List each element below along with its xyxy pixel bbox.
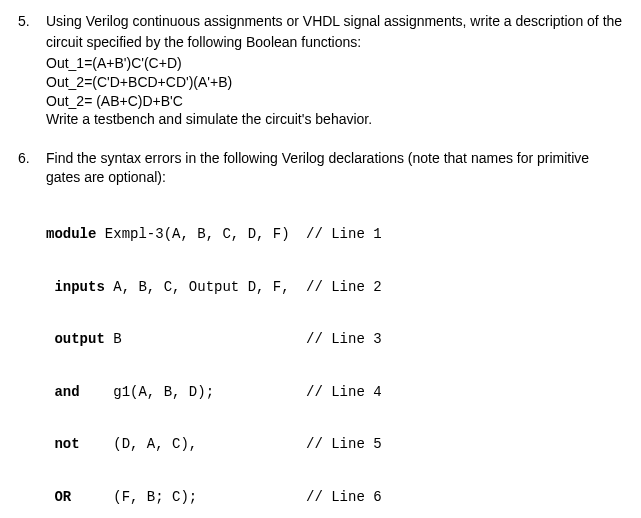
question-text-line: Write a testbench and simulate the circu… (46, 110, 623, 129)
question-6: 6. Find the syntax errors in the followi… (18, 149, 623, 518)
question-text-line: Find the syntax errors in the following … (46, 150, 589, 166)
question-row: 5. Using Verilog continuous assignments … (18, 12, 623, 131)
keyword: inputs (54, 279, 104, 295)
code-line: OR (F, B; C); // Line 6 (46, 489, 623, 507)
code-left: output B (46, 331, 306, 349)
keyword: and (54, 384, 79, 400)
code-text: (D, A, C), (80, 436, 198, 452)
code-left: not (D, A, C), (46, 436, 306, 454)
equation-line: Out_2= (AB+C)D+B'C (46, 92, 623, 111)
keyword: not (54, 436, 79, 452)
question-intro: Find the syntax errors in the following … (46, 149, 623, 187)
code-text: B (105, 331, 122, 347)
code-comment: // Line 1 (306, 226, 623, 244)
question-text-line: circuit specified by the following Boole… (46, 33, 623, 52)
code-line: output B // Line 3 (46, 331, 623, 349)
question-body: Find the syntax errors in the following … (46, 149, 623, 518)
code-comment: // Line 5 (306, 436, 623, 454)
code-text: A, B, C, Output D, F, (105, 279, 290, 295)
question-row: 6. Find the syntax errors in the followi… (18, 149, 623, 518)
question-text-line: gates are optional): (46, 169, 166, 185)
question-number: 5. (18, 12, 46, 131)
code-block: module Exmpl-3(A, B, C, D, F) // Line 1 … (46, 191, 623, 518)
code-comment: // Line 6 (306, 489, 623, 507)
keyword: OR (54, 489, 71, 505)
question-body: Using Verilog continuous assignments or … (46, 12, 623, 131)
code-text: (F, B; C); (71, 489, 197, 505)
code-line: inputs A, B, C, Output D, F, // Line 2 (46, 279, 623, 297)
code-left: module Exmpl-3(A, B, C, D, F) (46, 226, 306, 244)
question-text-line: Using Verilog continuous assignments or … (46, 12, 623, 31)
equation-line: Out_1=(A+B')C'(C+D) (46, 54, 623, 73)
code-text: g1(A, B, D); (80, 384, 214, 400)
code-comment: // Line 4 (306, 384, 623, 402)
code-left: inputs A, B, C, Output D, F, (46, 279, 306, 297)
keyword: module (46, 226, 96, 242)
code-comment: // Line 3 (306, 331, 623, 349)
question-number: 6. (18, 149, 46, 518)
code-left: and g1(A, B, D); (46, 384, 306, 402)
code-line: module Exmpl-3(A, B, C, D, F) // Line 1 (46, 226, 623, 244)
code-text: Exmpl-3(A, B, C, D, F) (96, 226, 289, 242)
code-left: OR (F, B; C); (46, 489, 306, 507)
equation-line: Out_2=(C'D+BCD+CD')(A'+B) (46, 73, 623, 92)
question-5: 5. Using Verilog continuous assignments … (18, 12, 623, 131)
keyword: output (54, 331, 104, 347)
code-comment: // Line 2 (306, 279, 623, 297)
code-line: and g1(A, B, D); // Line 4 (46, 384, 623, 402)
code-line: not (D, A, C), // Line 5 (46, 436, 623, 454)
